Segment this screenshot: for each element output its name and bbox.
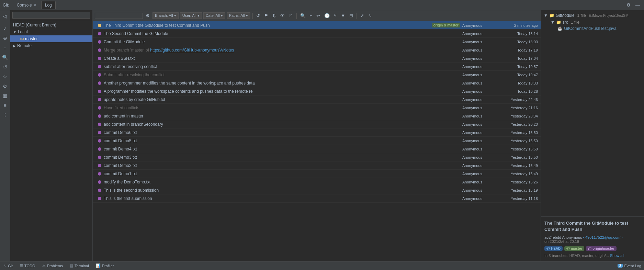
- more-icon[interactable]: ⋮: [0, 111, 10, 120]
- master-tag-icon: 🏷: [20, 37, 24, 41]
- src-folder-item[interactable]: ▼ 📁 src 1 file: [544, 19, 641, 25]
- commit-date-line: on 2021/2/6 at 20:19: [544, 239, 579, 244]
- refresh-icon[interactable]: ↺: [0, 63, 10, 71]
- expand-icon[interactable]: ⤢: [359, 12, 365, 19]
- commit-search-input[interactable]: [95, 13, 143, 19]
- collapse-icon[interactable]: ⤡: [367, 12, 373, 19]
- commit-row[interactable]: commit Demo2.txtAnonymousYesterday 15:49: [93, 161, 541, 170]
- commit-row[interactable]: commit Demo1.txtAnonymousYesterday 15:49: [93, 170, 541, 178]
- commit-hash: a624ebdd: [544, 235, 561, 239]
- remote-expand-arrow: ▶: [13, 44, 16, 48]
- main-area: ◁ ✓ ⊖ ↑ 🔍 ↺ ☆ ⚙ ▦ ≡ ⋮ HEAD (Current Bran…: [0, 10, 644, 261]
- undo-icon[interactable]: ↩: [315, 12, 321, 19]
- commit-row[interactable]: Commit the GitModuleAnonymousToday 18:03: [93, 38, 541, 46]
- problems-status-item[interactable]: ⚠ Problems: [41, 263, 64, 268]
- todo-status-item[interactable]: ☰ TODO: [18, 263, 37, 268]
- gitmodule-name: GitModule: [556, 13, 575, 18]
- close-console-icon[interactable]: ✕: [34, 3, 36, 7]
- update-icon[interactable]: ↑: [0, 43, 10, 52]
- commit-row[interactable]: modify the DemoTemp.txtAnonymousYesterda…: [93, 178, 541, 186]
- eye-icon[interactable]: 👁: [279, 12, 286, 19]
- commit-row[interactable]: add content in masterAnonymousYesterday …: [93, 112, 541, 120]
- sort-icon[interactable]: ⇅: [271, 12, 278, 19]
- graph-col: [95, 197, 104, 200]
- profiler-status-item[interactable]: 📊 Profiler: [94, 263, 115, 268]
- list-icon[interactable]: ≡: [0, 101, 10, 110]
- tab-console[interactable]: Console ✕: [13, 1, 40, 9]
- commit-author: Anonymous: [462, 122, 493, 126]
- branch-search-input[interactable]: [12, 12, 90, 19]
- settings-sidebar-icon[interactable]: ⚙: [0, 82, 10, 91]
- commit-row[interactable]: The Second Commit the GitModuleAnonymous…: [93, 30, 541, 38]
- branch-item-master[interactable]: 🏷 master: [10, 35, 92, 42]
- delete-icon[interactable]: ⊖: [0, 34, 10, 43]
- commit-author-email: <490117522@qq.com>: [583, 235, 623, 239]
- commit-author: Anonymous: [462, 114, 493, 118]
- refresh-toolbar-icon[interactable]: ↺: [255, 12, 261, 19]
- cherry-pick-icon[interactable]: ⚑: [263, 12, 270, 19]
- toolbar-sep1: [252, 13, 253, 19]
- commit-message: Merge branch 'master' of https://github.…: [104, 48, 462, 53]
- git-status-item[interactable]: ⑂ Git: [3, 264, 14, 268]
- merge-icon[interactable]: ⊞: [348, 12, 354, 19]
- terminal-status-item[interactable]: ▤ Terminal: [68, 263, 90, 268]
- graph-col: [95, 172, 104, 176]
- search-toolbar-icon[interactable]: 🔍: [299, 12, 307, 19]
- event-log-label[interactable]: Event Log: [624, 264, 641, 268]
- graph-dot: [98, 48, 101, 52]
- commit-message: commit Demo1.txt: [104, 171, 462, 176]
- checkmark-icon[interactable]: ✓: [0, 24, 10, 33]
- commit-row[interactable]: Merge branch 'master' of https://github.…: [93, 46, 541, 54]
- commit-row[interactable]: commit Demo4.txtAnonymousYesterday 15:50: [93, 145, 541, 153]
- settings-icon[interactable]: ⚙: [625, 2, 632, 8]
- graph-dot: [98, 57, 101, 60]
- commit-author: Anonymous: [462, 56, 493, 60]
- commit-row[interactable]: The Third Commit the GitModule to test C…: [93, 21, 541, 30]
- toolbar-gear-icon[interactable]: ⚙: [144, 12, 151, 19]
- commit-author: Anonymous: [462, 188, 493, 192]
- commit-detail: The Third Commit the GitModule to test C…: [541, 217, 644, 261]
- paths-filter[interactable]: Paths: All ▾: [227, 12, 250, 19]
- clock-icon[interactable]: 🕐: [323, 12, 331, 19]
- commit-row[interactable]: submit after resolving conflictAnonymous…: [93, 63, 541, 71]
- commit-message: The Second Commit the GitModule: [104, 31, 462, 36]
- layout-icon[interactable]: ▦: [0, 91, 10, 100]
- commit-row[interactable]: update notes by create GitHub.txtAnonymo…: [93, 95, 541, 104]
- commit-row[interactable]: Create a SSH.txtAnonymousToday 17:04: [93, 54, 541, 63]
- branch-item-remote[interactable]: ▶ Remote: [10, 42, 92, 49]
- commit-row[interactable]: commit Demo6.txtAnonymousYesterday 15:50: [93, 128, 541, 137]
- date-filter[interactable]: Date: All ▾: [203, 12, 225, 19]
- tab-console-label: Console: [17, 3, 32, 8]
- branch-item-head[interactable]: HEAD (Current Branch): [10, 22, 92, 29]
- branch2-icon[interactable]: ⑂: [332, 12, 338, 19]
- filter-icon[interactable]: ▼: [339, 12, 347, 19]
- commit-row[interactable]: Another programmer modifies the same con…: [93, 79, 541, 87]
- commit-row[interactable]: Submit after resolving the conflictAnony…: [93, 71, 541, 79]
- tab-log[interactable]: Log: [41, 1, 56, 9]
- commit-row[interactable]: commit Demo3.txtAnonymousYesterday 15:50: [93, 153, 541, 161]
- branch-search-area: [10, 10, 92, 20]
- add-icon[interactable]: +: [308, 12, 314, 19]
- commit-row[interactable]: A programmer modifies the workspace cont…: [93, 87, 541, 95]
- java-file-item[interactable]: ☕ GitCommitAndPushTest.java: [544, 25, 641, 32]
- branch-item-local[interactable]: ▼ Local: [10, 29, 92, 35]
- user-filter[interactable]: User: All ▾: [180, 12, 202, 19]
- commit-row[interactable]: This is the first submissionAnonymousYes…: [93, 194, 541, 203]
- show-all-link[interactable]: Show all: [610, 254, 624, 258]
- branches-text-content: In 3 branches: HEAD, master, origin/...: [544, 254, 609, 258]
- graph-col: [95, 32, 104, 35]
- back-icon[interactable]: ◁: [0, 12, 10, 21]
- flag-icon[interactable]: ⚐: [287, 12, 294, 19]
- minimize-icon[interactable]: —: [634, 2, 641, 8]
- star-icon[interactable]: ☆: [0, 72, 10, 81]
- search-icon[interactable]: 🔍: [0, 53, 10, 62]
- commit-date: Yesterday 15:50: [493, 131, 538, 135]
- commit-row[interactable]: Have fixed conflictsAnonymousYesterday 2…: [93, 104, 541, 112]
- commit-row[interactable]: This is the second submissionAnonymousYe…: [93, 186, 541, 194]
- commit-row[interactable]: add content in branchSecondaryAnonymousY…: [93, 120, 541, 128]
- branch-filter[interactable]: Branch: All ▾: [152, 12, 179, 19]
- src-file-count: 1 file: [571, 20, 579, 25]
- commit-row[interactable]: commit Demo5.txtAnonymousYesterday 15:50: [93, 137, 541, 145]
- commit-tag: origin & master: [432, 23, 460, 27]
- commit-link[interactable]: https://github.com/GitHub-anonymousV/Not…: [150, 48, 234, 53]
